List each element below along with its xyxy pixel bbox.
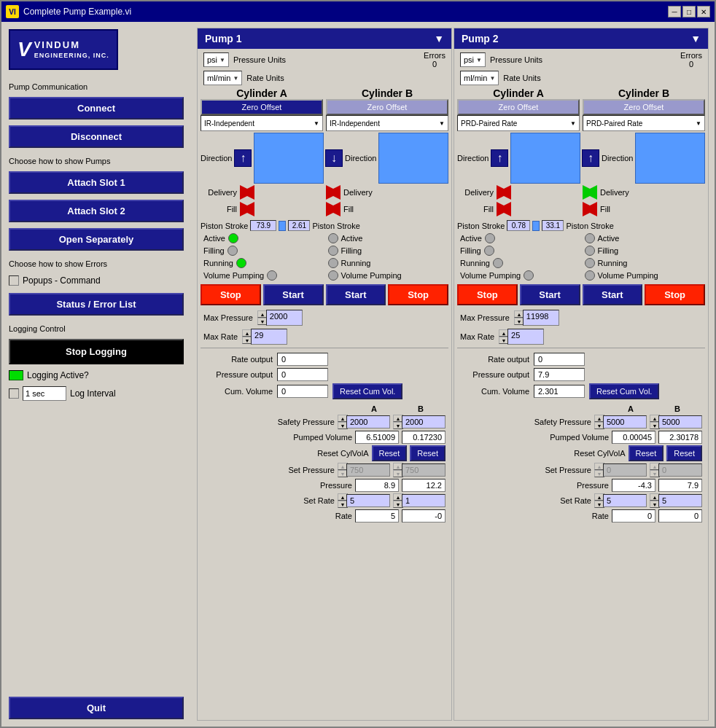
- pump1-cylb-fill-icon: [325, 201, 341, 217]
- close-button[interactable]: ✕: [697, 6, 710, 17]
- pump1-reset-a-button[interactable]: Reset: [372, 445, 408, 461]
- log-interval-row: Log Interval: [9, 386, 184, 401]
- disconnect-button[interactable]: Disconnect: [9, 125, 184, 148]
- pump1-stop1-button[interactable]: Stop: [201, 284, 261, 305]
- pump1-safety-b[interactable]: 2000: [402, 415, 445, 428]
- pump2-cyla-delivery-icon: [496, 184, 512, 200]
- pump1-cylb-mode-arrow: ▼: [439, 120, 445, 127]
- pump2-set-rate-b[interactable]: 5: [658, 494, 702, 507]
- pump1-cylb-direction-row: ↓ Direction: [325, 133, 448, 184]
- pump2-cyla-visual: Direction ↑ Delivery Fill: [457, 133, 580, 217]
- pump2-reset-a-button[interactable]: Reset: [629, 445, 664, 461]
- pump2-reset-b-button[interactable]: Reset: [666, 445, 702, 461]
- pump2-stop2-button[interactable]: Stop: [645, 284, 705, 305]
- pump1-reset-cum-vol-button[interactable]: Reset Cum Vol.: [332, 383, 402, 399]
- pump1-safety-a-spin: ▲▼ 2000: [338, 415, 390, 429]
- pump2-rate-val: ml/min: [464, 74, 487, 82]
- window-body: V VINDUM ENGINEERING, INC. Pump Communic…: [1, 22, 715, 727]
- log-interval-checkbox[interactable]: [9, 388, 19, 399]
- pump2-safety-a[interactable]: 5000: [603, 415, 647, 428]
- pump2-data-table: A B Safety Pressure ▲▼ 5000 ▲▼ 5000: [454, 402, 708, 525]
- maximize-button[interactable]: □: [682, 6, 696, 17]
- pump2-dropdown-icon[interactable]: ▼: [690, 33, 701, 44]
- pump2-safety-pressure-row: Safety Pressure ▲▼ 5000 ▲▼ 5000: [460, 415, 702, 429]
- pump1-max-pressure-val[interactable]: 2000: [266, 310, 303, 326]
- pump1-rate-dropdown[interactable]: ml/min ▼: [203, 71, 242, 85]
- pump2-pressure-row: Pressure -4.3 7.9: [460, 479, 702, 492]
- pump2-cylb-zero-offset[interactable]: Zero Offset: [583, 99, 705, 115]
- stop-logging-button[interactable]: Stop Logging: [9, 339, 184, 364]
- attach-slot1-button[interactable]: Attach Slot 1: [9, 171, 184, 194]
- pump1-zero-offset-row: Zero Offset Zero Offset: [198, 99, 451, 115]
- log-interval-input[interactable]: [23, 386, 66, 401]
- pump1-dropdown-icon[interactable]: ▼: [434, 33, 444, 44]
- pump1-set-rate-b[interactable]: 1: [402, 494, 445, 507]
- pump2-errors-box: Errors 0: [680, 51, 702, 69]
- pump1-rate-units-row: ml/min ▼ Rate Units: [198, 71, 451, 87]
- pump2-pressure-units-select: psi ▼: [460, 52, 486, 67]
- pump1-max-rate-row: Max Rate ▲ ▼ 29: [198, 327, 451, 346]
- pump2-panel: Pump 2 ▼ psi ▼ Pressure Units Errors 0: [454, 28, 709, 721]
- pump1-pressure-output-row: Pressure output 0: [203, 368, 445, 381]
- pump2-cylb-mode[interactable]: PRD-Paired Rate ▼: [583, 115, 705, 131]
- pump1-set-pressure-b: 750: [402, 463, 445, 477]
- pump1-pressure-dropdown[interactable]: psi ▼: [203, 52, 229, 67]
- status-error-list-button[interactable]: Status / Error List: [9, 293, 184, 316]
- pumps-area: Pump 1 ▼ psi ▼ Pressure Units Errors 0: [191, 22, 715, 727]
- pump1-cyla-dir-arrow: ↑: [234, 149, 252, 167]
- pump2-cyla-mode[interactable]: PRD-Paired Rate ▼: [457, 115, 580, 131]
- pump1-cyla-running-row: Running: [201, 257, 324, 269]
- pump1-safety-a[interactable]: 2000: [346, 415, 390, 428]
- company-logo: V VINDUM ENGINEERING, INC.: [9, 29, 118, 70]
- pump2-cyla-vp-row: Volume Pumping: [457, 270, 581, 281]
- open-separately-button[interactable]: Open Separately: [9, 228, 184, 251]
- logging-active-row: Logging Active?: [9, 370, 184, 380]
- pump1-pressure-b: 12.2: [402, 479, 445, 492]
- pump1-col-headers: A B: [203, 404, 445, 413]
- pump1-pressure-label: Pressure Units: [233, 55, 286, 64]
- pump1-safety-label: Safety Pressure: [203, 418, 335, 426]
- pump-comm-label: Pump Communication: [9, 82, 184, 91]
- pump2-cyla-zero-offset[interactable]: Zero Offset: [457, 99, 580, 115]
- pump2-rate-output-label: Rate output: [460, 355, 529, 364]
- left-panel: V VINDUM ENGINEERING, INC. Pump Communic…: [1, 22, 191, 727]
- pump2-start1-button[interactable]: Start: [520, 284, 580, 305]
- pump2-reset-cum-vol-button[interactable]: Reset Cum Vol.: [589, 383, 659, 399]
- pump1-stop2-button[interactable]: Stop: [388, 284, 448, 305]
- pump1-cyla-active-row: Active: [201, 232, 324, 244]
- pump2-pressure-dropdown[interactable]: psi ▼: [460, 52, 486, 67]
- pump1-cyla-zero-offset[interactable]: Zero Offset: [201, 99, 323, 115]
- pump1-set-rate-a[interactable]: 5: [346, 494, 390, 507]
- pump2-safety-b[interactable]: 5000: [658, 415, 702, 428]
- popups-checkbox[interactable]: [9, 275, 19, 286]
- pump1-reset-b-button[interactable]: Reset: [410, 445, 445, 461]
- pump1-cylb-mode[interactable]: IR-Independent ▼: [326, 115, 448, 131]
- pump2-col-b: B: [655, 404, 699, 413]
- pump2-rate-dropdown[interactable]: ml/min ▼: [460, 71, 499, 85]
- quit-button[interactable]: Quit: [9, 697, 184, 719]
- pump1-set-rate-b-spin: ▲▼ 1: [393, 493, 445, 508]
- pump1-start1-button[interactable]: Start: [263, 284, 324, 305]
- minimize-button[interactable]: ─: [668, 6, 681, 17]
- pump2-stop-start-row: Stop Start Start Stop: [454, 281, 708, 308]
- pump2-rate-row: Rate 0 0: [460, 509, 702, 522]
- connect-button[interactable]: Connect: [9, 97, 184, 120]
- attach-slot2-button[interactable]: Attach Slot 2: [9, 200, 184, 222]
- pump2-output-area: Rate output 0 Pressure output 7.9 Cum. V…: [454, 350, 708, 402]
- pump1-cylb-zero-offset[interactable]: Zero Offset: [326, 99, 448, 115]
- pump1-start2-button[interactable]: Start: [326, 284, 386, 305]
- pump2-start2-button[interactable]: Start: [583, 284, 643, 305]
- pump1-max-rate-val[interactable]: 29: [251, 329, 287, 345]
- pump1-max-pressure-spin: ▲ ▼ 2000: [257, 310, 303, 326]
- pump2-max-pressure-val[interactable]: 11998: [523, 310, 559, 326]
- pump2-cum-vol-val: 2.301: [534, 385, 585, 398]
- pump1-cyla-mode[interactable]: IR-Independent ▼: [201, 115, 323, 131]
- pump1-cylb-bar: [378, 133, 448, 184]
- pump1-errors-label: Errors: [424, 51, 445, 60]
- pump2-piston-row: Piston Stroke 0.78 33.1 Piston Stroke: [454, 219, 708, 232]
- pump2-max-rate-val[interactable]: 25: [507, 329, 544, 345]
- pump2-set-rate-a[interactable]: 5: [603, 494, 647, 507]
- pump1-pressure-a: 8.9: [355, 479, 399, 492]
- pump2-rate-a: 0: [612, 509, 655, 522]
- pump2-stop1-button[interactable]: Stop: [457, 284, 518, 305]
